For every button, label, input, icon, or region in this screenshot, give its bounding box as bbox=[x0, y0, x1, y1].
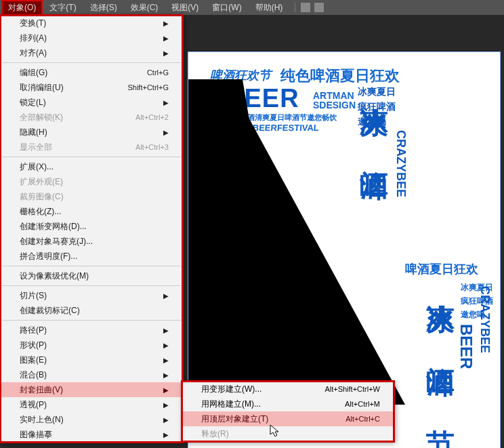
menu-item-label: 路径(P) bbox=[20, 325, 158, 336]
art-text: 疯狂啤酒 bbox=[358, 102, 396, 112]
menu-item-label: 取消编组(U) bbox=[20, 82, 127, 94]
art-text: 纯色啤酒夏日狂欢 bbox=[280, 68, 400, 83]
menu-item-label: 混合(B) bbox=[20, 369, 158, 381]
menu-item: 显示全部Alt+Ctrl+3 bbox=[1, 140, 182, 155]
menu-shortcut: Alt+Ctrl+M bbox=[345, 400, 380, 408]
menu-separator bbox=[2, 62, 181, 63]
menu-separator bbox=[2, 320, 181, 321]
art-text: SDESIGN bbox=[313, 100, 356, 110]
chevron-right-icon: ▶ bbox=[163, 416, 169, 424]
cursor-pointer-icon bbox=[270, 424, 282, 439]
menu-item-label: 栅格化(Z)... bbox=[20, 206, 169, 218]
menu-item-label: 形状(P) bbox=[20, 340, 158, 351]
menu-item[interactable]: 锁定(L)▶ bbox=[1, 95, 182, 110]
menu-help[interactable]: 帮助(H) bbox=[249, 0, 290, 16]
menu-item[interactable]: 拼合透明度(F)... bbox=[1, 249, 182, 264]
menu-shortcut: Alt+Shift+Ctrl+W bbox=[324, 385, 380, 393]
chevron-right-icon: ▶ bbox=[163, 327, 169, 334]
menu-shortcut: Alt+Ctrl+2 bbox=[135, 113, 169, 121]
chevron-right-icon: ▶ bbox=[163, 292, 169, 300]
divider bbox=[295, 3, 295, 12]
menu-separator bbox=[2, 157, 181, 157]
menu-shortcut: Alt+Ctrl+3 bbox=[135, 143, 169, 151]
menu-item-label: 裁剪图像(C) bbox=[20, 191, 169, 203]
menu-item-label: 透视(P) bbox=[20, 399, 158, 411]
menu-item[interactable]: 扩展(X)... bbox=[1, 159, 182, 174]
chevron-right-icon: ▶ bbox=[163, 99, 169, 106]
menu-item: 释放(R) bbox=[182, 426, 394, 441]
chevron-right-icon: ▶ bbox=[163, 20, 169, 27]
menu-item-label: 隐藏(H) bbox=[20, 127, 158, 138]
menu-item[interactable]: 创建对象马赛克(J)... bbox=[1, 234, 182, 249]
menu-item-label: 图像描摹 bbox=[20, 429, 158, 441]
menu-item[interactable]: 图案(E)▶ bbox=[1, 352, 182, 367]
menu-separator bbox=[2, 266, 181, 266]
menu-item-label: 变换(T) bbox=[20, 18, 158, 29]
art-text: CRAZYBEE bbox=[478, 286, 491, 353]
menu-item[interactable]: 取消编组(U)Shift+Ctrl+G bbox=[1, 80, 182, 95]
chevron-right-icon: ▶ bbox=[163, 342, 169, 349]
menu-item[interactable]: 设为像素级优化(M) bbox=[1, 268, 182, 283]
menu-item-label: 全部解锁(K) bbox=[20, 112, 135, 123]
menu-text[interactable]: 文字(T) bbox=[43, 0, 83, 16]
art-text: 冰爽夏日 bbox=[358, 87, 396, 97]
menu-item[interactable]: 变换(T)▶ bbox=[1, 16, 182, 30]
chevron-right-icon: ▶ bbox=[163, 431, 169, 439]
menu-item[interactable]: 创建裁切标记(C) bbox=[1, 303, 182, 318]
art-text: CRAZYBEE bbox=[394, 130, 407, 197]
menu-shortcut: Shift+Ctrl+G bbox=[127, 83, 169, 91]
menu-window[interactable]: 窗口(W) bbox=[205, 0, 248, 16]
menu-item[interactable]: 隐藏(H)▶ bbox=[1, 125, 182, 140]
menu-object[interactable]: 对象(O) bbox=[1, 0, 43, 16]
chevron-right-icon: ▶ bbox=[163, 357, 169, 364]
menu-item[interactable]: 编组(G)Ctrl+G bbox=[1, 65, 182, 80]
menubar: 对象(O) 文字(T) 选择(S) 效果(C) 视图(V) 窗口(W) 帮助(H… bbox=[0, 0, 504, 15]
menu-item[interactable]: 用网格建立(M)...Alt+Ctrl+M bbox=[182, 396, 394, 411]
menu-item[interactable]: 封套扭曲(V)▶ bbox=[1, 382, 182, 397]
menu-item-label: 创建渐变网格(D)... bbox=[20, 221, 169, 232]
menu-item-label: 对齐(A) bbox=[20, 47, 158, 59]
arrange-icon[interactable] bbox=[314, 3, 324, 12]
menu-item[interactable]: 用变形建立(W)...Alt+Shift+Ctrl+W bbox=[182, 382, 394, 396]
arrange-icon[interactable] bbox=[301, 3, 310, 12]
menu-item-label: 扩展外观(E) bbox=[20, 176, 169, 188]
menu-item: 全部解锁(K)Alt+Ctrl+2 bbox=[1, 110, 182, 125]
menu-item[interactable]: 实时上色(N)▶ bbox=[1, 412, 182, 427]
menu-item-label: 拼合透明度(F)... bbox=[20, 251, 169, 262]
menu-select[interactable]: 选择(S) bbox=[83, 0, 124, 16]
menu-effect[interactable]: 效果(C) bbox=[124, 0, 165, 16]
art-text: 邀您喝 bbox=[358, 117, 386, 127]
menu-separator bbox=[2, 285, 181, 286]
menu-item: 扩展外观(E) bbox=[1, 174, 182, 189]
chevron-right-icon: ▶ bbox=[163, 401, 169, 409]
menu-item[interactable]: 混合(B)▶ bbox=[1, 367, 182, 382]
menu-item-label: 实时上色(N) bbox=[20, 414, 158, 426]
menu-item-label: 用网格建立(M)... bbox=[201, 399, 345, 410]
menu-item-label: 创建对象马赛克(J)... bbox=[20, 236, 169, 247]
art-text: BEER bbox=[458, 324, 475, 369]
menu-item[interactable]: 图像描摹▶ bbox=[1, 427, 182, 442]
menu-item-label: 编组(G) bbox=[20, 67, 147, 79]
menu-item[interactable]: 用顶层对象建立(T)Alt+Ctrl+C bbox=[182, 411, 394, 426]
menu-item-label: 显示全部 bbox=[20, 142, 135, 153]
menu-item[interactable]: 透视(P)▶ bbox=[1, 397, 182, 412]
chevron-right-icon: ▶ bbox=[163, 371, 169, 379]
menu-item-label: 扩展(X)... bbox=[20, 161, 169, 173]
menu-item[interactable]: 路径(P)▶ bbox=[1, 323, 182, 338]
menu-item[interactable]: 形状(P)▶ bbox=[1, 338, 182, 352]
object-dropdown: 变换(T)▶排列(A)▶对齐(A)▶编组(G)Ctrl+G取消编组(U)Shif… bbox=[0, 15, 183, 443]
menu-item[interactable]: 栅格化(Z)... bbox=[1, 204, 182, 219]
menu-item-label: 封套扭曲(V) bbox=[20, 384, 158, 396]
menu-item[interactable]: 对齐(A)▶ bbox=[1, 45, 182, 60]
menu-item[interactable]: 切片(S)▶ bbox=[1, 288, 182, 303]
chevron-right-icon: ▶ bbox=[163, 386, 169, 394]
chevron-right-icon: ▶ bbox=[163, 129, 169, 136]
art-text: 啤酒夏日狂欢 bbox=[405, 263, 478, 276]
menu-item[interactable]: 排列(A)▶ bbox=[1, 30, 182, 45]
menu-item-label: 创建裁切标记(C) bbox=[20, 305, 169, 317]
menu-view[interactable]: 视图(V) bbox=[165, 0, 205, 16]
menu-item-label: 锁定(L) bbox=[20, 97, 158, 108]
menu-item-label: 切片(S) bbox=[20, 290, 158, 302]
menu-item-label: 释放(R) bbox=[201, 428, 380, 440]
menu-item[interactable]: 创建渐变网格(D)... bbox=[1, 219, 182, 234]
